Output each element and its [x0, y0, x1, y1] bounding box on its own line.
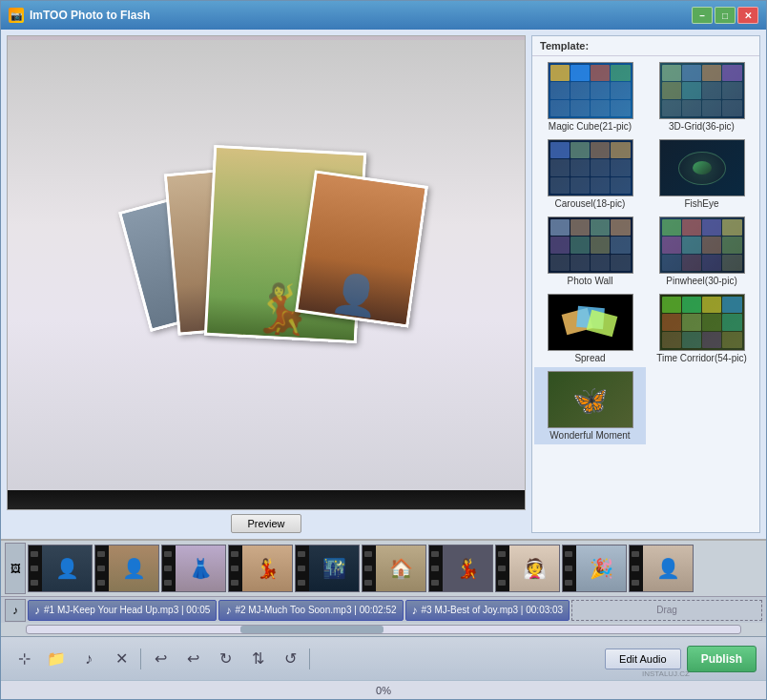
- template-label-carousel: Carousel(18-pic): [555, 198, 626, 209]
- audio-track-3-label: #3 MJ-Best of Joy.mp3 | 00:03:03: [422, 605, 564, 615]
- photo-collage: 👤 👗 💃 👤: [114, 120, 419, 425]
- select-tool-button[interactable]: ⊹: [10, 646, 37, 672]
- template-spread[interactable]: Spread: [534, 290, 646, 367]
- photo-timeline-scroll[interactable]: 👤 👤 👗 💃 🌃: [28, 543, 762, 594]
- thumb-7[interactable]: 💃: [428, 545, 493, 592]
- template-label-photo-wall: Photo Wall: [568, 276, 613, 286]
- template-header: Template:: [532, 36, 759, 56]
- thumb-1[interactable]: 👤: [28, 545, 93, 592]
- undo-icon: ↩: [155, 649, 167, 668]
- app-icon: 📷: [9, 8, 24, 23]
- template-wonderful[interactable]: 🦋 Wonderful Moment: [534, 367, 646, 444]
- toolbar-separator-2: [309, 649, 310, 669]
- preview-button-row: Preview: [7, 514, 526, 533]
- template-label-fisheye: FishEye: [684, 198, 718, 209]
- template-carousel[interactable]: Carousel(18-pic): [534, 135, 646, 213]
- template-thumb-fisheye: [659, 139, 745, 196]
- template-grid: Magic Cube(21-pic): [532, 56, 759, 446]
- bottom-area: 🖼 👤 👤 👗 💃: [1, 539, 766, 699]
- left-panel: 👤 👗 💃 👤 Preview: [7, 35, 526, 533]
- audio-icon: ♪: [12, 604, 18, 617]
- template-3dgrid[interactable]: 3D-Grid(36-pic): [646, 58, 757, 135]
- template-time-corridor[interactable]: Time Corridor(54-pic): [646, 290, 757, 367]
- undo-tool-button[interactable]: ↩: [147, 646, 174, 672]
- close-button[interactable]: ✕: [737, 7, 758, 24]
- undo2-tool-button[interactable]: ↩: [179, 646, 206, 672]
- timeline-scroll-thumb[interactable]: [240, 626, 384, 633]
- photo-4: 👤: [295, 170, 428, 327]
- delete-icon: ✕: [115, 649, 128, 668]
- audio-note-2: ♪: [225, 604, 231, 617]
- timeline-scrollbar[interactable]: [26, 625, 741, 634]
- audio-drag-area[interactable]: Drag: [571, 600, 762, 621]
- audio-track-1-label: #1 MJ-Keep Your Head Up.mp3 | 00:05: [44, 605, 210, 615]
- preview-button[interactable]: Preview: [231, 514, 301, 533]
- flip-tool-button[interactable]: ⇅: [244, 646, 271, 672]
- template-fisheye[interactable]: FishEye: [646, 135, 757, 213]
- undo2-icon: ↩: [187, 649, 199, 668]
- progress-text: 0%: [376, 685, 391, 696]
- rotate-cw-tool-button[interactable]: ↻: [212, 646, 238, 672]
- folder-tool-button[interactable]: 📁: [43, 646, 70, 672]
- minimize-button[interactable]: –: [692, 7, 713, 24]
- maximize-button[interactable]: □: [715, 7, 736, 24]
- main-window: 📷 ImTOO Photo to Flash – □ ✕ 👤 👗: [0, 0, 767, 700]
- timeline-scrollbar-row: [1, 623, 766, 636]
- folder-icon: 📁: [47, 649, 66, 668]
- publish-button[interactable]: Publish: [687, 646, 757, 672]
- photo-timeline-icon: 🖼: [10, 563, 21, 574]
- thumb-9[interactable]: 🎉: [562, 545, 627, 592]
- template-thumb-wonderful: 🦋: [548, 371, 633, 428]
- audio-note-1: ♪: [34, 604, 40, 617]
- audio-note-3: ♪: [412, 604, 418, 617]
- preview-area: 👤 👗 💃 👤: [7, 35, 526, 510]
- template-thumb-3dgrid: [659, 62, 745, 119]
- edit-audio-button[interactable]: Edit Audio: [605, 649, 681, 669]
- preview-top-accent: [8, 36, 525, 40]
- preview-bottom-bar: [8, 490, 525, 509]
- audio-timeline: ♪ ♪ #1 MJ-Keep Your Head Up.mp3 | 00:05 …: [1, 596, 766, 623]
- audio-track-2[interactable]: ♪ #2 MJ-Much Too Soon.mp3 | 00:02:52: [218, 600, 403, 621]
- main-content: 👤 👗 💃 👤 Preview: [1, 30, 766, 539]
- toolbar: ⊹ 📁 ♪ ✕ ↩ ↩ ↻ ⇅: [1, 636, 766, 680]
- window-controls: – □ ✕: [692, 7, 758, 24]
- thumb-6[interactable]: 🏠: [362, 545, 426, 592]
- template-grid-scroll[interactable]: Magic Cube(21-pic): [532, 56, 759, 532]
- template-label-pinwheel: Pinwheel(30-pic): [666, 276, 736, 286]
- template-thumb-magic-cube: [548, 62, 633, 119]
- template-label-wonderful: Wonderful Moment: [549, 430, 630, 441]
- status-bar: 0%: [1, 680, 766, 699]
- template-photo-wall[interactable]: Photo Wall: [534, 213, 646, 290]
- flip-icon: ⇅: [252, 649, 264, 668]
- thumb-5[interactable]: 🌃: [295, 545, 360, 592]
- rotate-ccw-tool-button[interactable]: ↺: [277, 646, 303, 672]
- photo-timeline: 🖼 👤 👤 👗 💃: [1, 539, 766, 596]
- thumb-2[interactable]: 👤: [94, 545, 159, 592]
- toolbar-separator-1: [140, 649, 141, 669]
- template-thumb-spread: [548, 294, 633, 351]
- template-magic-cube[interactable]: Magic Cube(21-pic): [534, 58, 646, 135]
- select-icon: ⊹: [18, 649, 31, 668]
- thumb-3[interactable]: 👗: [161, 545, 226, 592]
- audio-track-2-label: #2 MJ-Much Too Soon.mp3 | 00:02:52: [235, 605, 396, 615]
- rotate-cw-icon: ↻: [219, 649, 232, 668]
- audio-track-3[interactable]: ♪ #3 MJ-Best of Joy.mp3 | 00:03:03: [405, 600, 570, 621]
- watermark: INSTALUJ.CZ: [642, 669, 690, 678]
- template-label-magic-cube: Magic Cube(21-pic): [549, 121, 632, 132]
- audio-track-1[interactable]: ♪ #1 MJ-Keep Your Head Up.mp3 | 00:05: [28, 600, 217, 621]
- template-pinwheel[interactable]: Pinwheel(30-pic): [646, 213, 757, 290]
- thumb-4[interactable]: 💃: [228, 545, 293, 592]
- music-tool-button[interactable]: ♪: [75, 646, 102, 672]
- audio-sidebar: ♪: [5, 599, 26, 622]
- template-label-spread: Spread: [574, 353, 605, 363]
- template-thumb-pinwheel: [659, 216, 745, 274]
- template-label-3dgrid: 3D-Grid(36-pic): [669, 121, 735, 132]
- thumb-8[interactable]: 👰: [495, 545, 560, 592]
- template-label-time-corridor: Time Corridor(54-pic): [656, 353, 747, 363]
- thumb-10[interactable]: 👤: [629, 545, 694, 592]
- template-panel: Template:: [531, 35, 760, 533]
- template-thumb-photo-wall: [548, 216, 633, 274]
- timeline-sidebar: 🖼: [5, 543, 26, 594]
- template-thumb-time-corridor: [659, 294, 745, 351]
- delete-tool-button[interactable]: ✕: [108, 646, 135, 672]
